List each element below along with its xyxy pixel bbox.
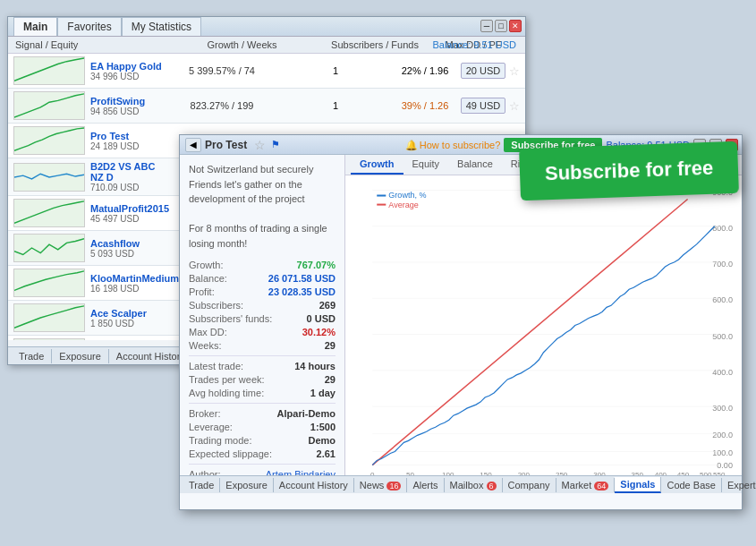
signal-usd: 5 093 USD bbox=[90, 249, 162, 259]
stat-subscribers-value: 269 bbox=[319, 300, 336, 311]
inner-tab-signals[interactable]: Signals bbox=[615, 477, 661, 493]
svg-text:250: 250 bbox=[556, 471, 568, 475]
favorite-star-icon[interactable]: ☆ bbox=[509, 64, 520, 78]
signal-price[interactable]: 49 USD bbox=[461, 98, 505, 114]
subscribe-for-free-badge[interactable]: Subscribe for free bbox=[519, 141, 739, 200]
tab-favorites[interactable]: Favorites bbox=[57, 17, 121, 36]
bottom-tab-exposure[interactable]: Exposure bbox=[52, 349, 108, 363]
stat-maxdd-value: 30.12% bbox=[302, 327, 336, 337]
inner-bottom-tabs: Trade Exposure Account History News 16 A… bbox=[180, 475, 742, 493]
inner-tab-alerts[interactable]: Alerts bbox=[407, 478, 444, 492]
inner-content-area: Not Switzerland but securely Friends let… bbox=[180, 155, 742, 475]
favorite-star-icon[interactable]: ☆ bbox=[509, 99, 520, 113]
inner-tab-mailbox[interactable]: Mailbox 6 bbox=[445, 478, 503, 492]
signal-name-info: ProfitSwing 94 856 USD bbox=[90, 96, 162, 116]
signal-chart-thumb bbox=[13, 126, 85, 155]
svg-text:500.0: 500.0 bbox=[712, 332, 733, 341]
growth-chart: 900.0 800.0 700.0 600.0 500.0 400.0 300.… bbox=[345, 175, 742, 475]
inner-tab-trade[interactable]: Trade bbox=[183, 478, 220, 492]
signal-chart-thumb bbox=[13, 269, 85, 297]
stat-latest-trade-value: 14 hours bbox=[294, 361, 336, 371]
how-to-subscribe-link[interactable]: 🔔 How to subscribe? bbox=[405, 140, 501, 151]
stat-balance-label: Balance: bbox=[189, 273, 227, 284]
bottom-tab-trade[interactable]: Trade bbox=[12, 349, 52, 363]
stat-profit-value: 23 028.35 USD bbox=[268, 286, 336, 297]
stat-author-link[interactable]: Artem Bindariev bbox=[266, 469, 336, 475]
header-growth: Growth / Weeks bbox=[163, 39, 321, 50]
stat-profit-label: Profit: bbox=[189, 286, 215, 297]
stat-subscribers-label: Subscribers: bbox=[189, 300, 243, 311]
close-button[interactable]: ✕ bbox=[509, 20, 522, 32]
stat-trades-per-week: Trades per week: 29 bbox=[189, 374, 336, 385]
inner-window-title: Pro Test bbox=[205, 139, 247, 151]
signal-name[interactable]: Acashflow bbox=[90, 238, 162, 249]
signal-maxdd: 22% / 1.96 bbox=[389, 65, 461, 76]
outer-win-controls: ─ □ ✕ bbox=[480, 20, 522, 32]
signal-usd: 45 497 USD bbox=[90, 214, 162, 224]
signal-usd: 16 198 USD bbox=[90, 284, 162, 294]
signal-name[interactable]: Ace Scalper bbox=[90, 308, 162, 319]
favorite-icon[interactable]: ☆ bbox=[254, 138, 266, 152]
stat-maxdd-label: Max DD: bbox=[189, 327, 227, 337]
svg-text:Average: Average bbox=[388, 200, 419, 209]
stat-avg-holding-label: Avg holding time: bbox=[189, 388, 264, 398]
signal-subscribers: 1 bbox=[282, 100, 389, 111]
stat-balance-value: 26 071.58 USD bbox=[268, 273, 336, 284]
stat-broker-label: Broker: bbox=[189, 408, 220, 419]
stat-subs-funds-label: Subscribers' funds: bbox=[189, 313, 272, 324]
signal-chart-thumb bbox=[13, 91, 85, 120]
chart-tab-growth[interactable]: Growth bbox=[351, 155, 403, 175]
stat-slippage-value: 2.61 bbox=[317, 448, 336, 459]
svg-text:450: 450 bbox=[677, 471, 690, 475]
signal-name-info: Acashflow 5 093 USD bbox=[90, 238, 162, 259]
maximize-button[interactable]: □ bbox=[495, 20, 507, 32]
stat-profit: Profit: 23 028.35 USD bbox=[189, 286, 336, 297]
signal-chart-thumb bbox=[13, 163, 85, 192]
svg-text:400.0: 400.0 bbox=[712, 368, 733, 377]
stat-trades-per-week-label: Trades per week: bbox=[189, 374, 265, 385]
chart-tab-balance[interactable]: Balance bbox=[448, 155, 502, 175]
signal-usd: 34 996 USD bbox=[90, 72, 162, 81]
signal-name-info: Pro Test 24 189 USD bbox=[90, 131, 162, 151]
svg-text:400: 400 bbox=[655, 471, 667, 475]
signal-name[interactable]: ProfitSwing bbox=[90, 96, 162, 107]
inner-tab-market[interactable]: Market 64 bbox=[556, 478, 616, 492]
back-button[interactable]: ◀ bbox=[185, 138, 201, 152]
signal-name[interactable]: MatualProfit2015 bbox=[90, 203, 162, 214]
tab-main[interactable]: Main bbox=[13, 17, 57, 36]
table-row[interactable]: ProfitSwing 94 856 USD 823.27% / 199 1 3… bbox=[8, 89, 525, 124]
inner-tab-news[interactable]: News 16 bbox=[354, 478, 408, 492]
signal-name-info: B2D2 VS ABC NZ D 710.09 USD bbox=[90, 161, 162, 192]
mail-count-badge: 6 bbox=[487, 482, 497, 491]
minimize-button[interactable]: ─ bbox=[480, 20, 493, 32]
inner-tab-company[interactable]: Company bbox=[503, 478, 556, 492]
left-stats-panel: Not Switzerland but securely Friends let… bbox=[180, 155, 345, 475]
how-to-sub-text: How to subscribe? bbox=[420, 140, 501, 150]
stat-slippage: Expected slippage: 2.61 bbox=[189, 448, 336, 459]
signal-price[interactable]: 20 USD bbox=[461, 63, 505, 79]
inner-tab-experts[interactable]: Experts bbox=[722, 478, 756, 492]
chart-tab-equity[interactable]: Equity bbox=[403, 155, 449, 175]
table-row[interactable]: EA Happy Gold 34 996 USD 5 399.57% / 74 … bbox=[8, 54, 525, 89]
signal-growth: 5 399.57% / 74 bbox=[162, 65, 282, 76]
inner-tab-exposure[interactable]: Exposure bbox=[220, 478, 273, 492]
signal-maxdd: 39% / 1.26 bbox=[389, 100, 461, 111]
outer-balance-info: Balance: 9.51 USD bbox=[432, 39, 516, 50]
stat-subscribers: Subscribers: 269 bbox=[189, 300, 336, 311]
stat-slippage-label: Expected slippage: bbox=[189, 448, 272, 459]
stat-author-label: Author: bbox=[189, 469, 220, 475]
signal-name[interactable]: B2D2 VS ABC NZ D bbox=[90, 161, 162, 183]
stat-subs-funds-value: 0 USD bbox=[307, 313, 336, 324]
signal-name[interactable]: KlooMartinMedium bbox=[90, 273, 162, 284]
tab-my-statistics[interactable]: My Statistics bbox=[122, 17, 201, 36]
svg-text:0.00: 0.00 bbox=[717, 461, 733, 470]
inner-tab-account-history[interactable]: Account History bbox=[274, 478, 354, 492]
stat-avg-holding: Avg holding time: 1 day bbox=[189, 388, 336, 398]
signal-name[interactable]: Pro Test bbox=[90, 131, 162, 141]
svg-text:200: 200 bbox=[518, 471, 531, 475]
inner-tab-codebase[interactable]: Code Base bbox=[661, 478, 721, 492]
signal-name[interactable]: EA Happy Gold bbox=[90, 61, 162, 72]
signal-chart-thumb bbox=[13, 338, 85, 340]
signal-usd: 1 850 USD bbox=[90, 319, 162, 328]
stat-latest-trade-label: Latest trade: bbox=[189, 361, 243, 371]
